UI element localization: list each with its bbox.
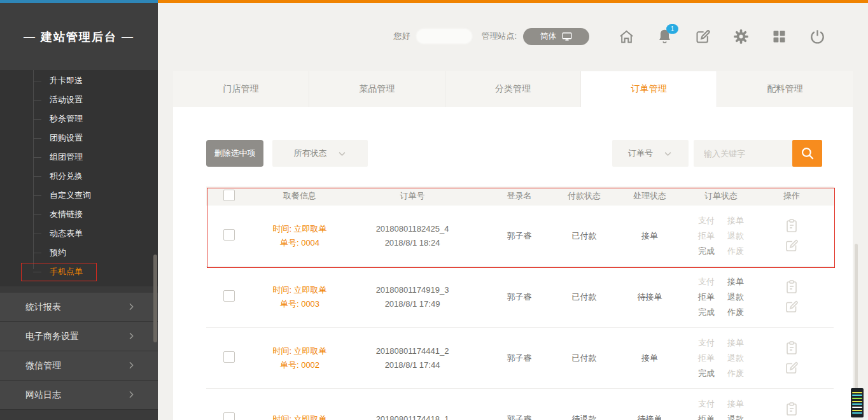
tab-label: 分类管理 (495, 83, 531, 95)
edit-icon[interactable] (784, 360, 799, 375)
process-status: 待接单 (607, 291, 692, 303)
sidebar-item-points[interactable]: 积分兑换 (0, 167, 158, 186)
sidebar-scrollbar-thumb[interactable] (153, 255, 157, 342)
status-filter-value: 所有状态 (294, 148, 327, 159)
status-link-refund[interactable]: 退款 (727, 291, 744, 303)
search-icon (799, 145, 816, 162)
status-link-complete[interactable]: 完成 (698, 368, 715, 379)
grid-icon[interactable] (771, 28, 788, 45)
edit-icon[interactable] (784, 238, 799, 253)
home-icon[interactable] (618, 28, 635, 45)
sidebar-item-groupbuy[interactable]: 团购设置 (0, 129, 158, 148)
sidebar-item-reservation[interactable]: 预约 (0, 243, 158, 262)
status-link-refund[interactable]: 退款 (727, 353, 744, 364)
status-link-accept[interactable]: 接单 (727, 276, 744, 288)
status-link-pay[interactable]: 支付 (698, 337, 715, 349)
search-button[interactable] (792, 140, 822, 167)
status-link-void[interactable]: 作废 (727, 246, 744, 257)
power-icon[interactable] (809, 28, 826, 45)
gear-icon[interactable] (732, 28, 750, 45)
sidebar-section-label: 电子商务设置 (25, 331, 79, 342)
status-link-reject[interactable]: 拒单 (698, 414, 715, 420)
status-link-refund[interactable]: 退款 (727, 230, 744, 242)
column-header: 操作 (750, 190, 834, 202)
status-link-complete[interactable]: 完成 (698, 246, 715, 257)
status-link-reject[interactable]: 拒单 (698, 291, 715, 303)
clipboard-icon[interactable] (784, 218, 799, 234)
status-link-refund[interactable]: 退款 (727, 414, 744, 420)
chevron-right-icon (126, 302, 136, 314)
select-all-checkbox[interactable] (223, 190, 235, 201)
status-link-void[interactable]: 作废 (727, 368, 744, 379)
delete-selected-button[interactable]: 删除选中项 (206, 140, 263, 167)
status-link-pay[interactable]: 支付 (698, 276, 715, 288)
sidebar-item-label: 手机点单 (50, 267, 83, 276)
status-link-accept[interactable]: 接单 (727, 398, 744, 410)
sidebar-item-links[interactable]: 友情链接 (0, 205, 158, 224)
sidebar-item-seckill[interactable]: 秒杀管理 (0, 109, 158, 129)
status-filter-dropdown[interactable]: 所有状态 (272, 140, 368, 167)
row-checkbox[interactable] (223, 412, 235, 420)
status-link-complete[interactable]: 完成 (698, 307, 715, 318)
order-id: 20180801174441_2 (347, 344, 477, 358)
sidebar-item-group-manage[interactable]: 组团管理 (0, 148, 158, 167)
status-link-reject[interactable]: 拒单 (698, 230, 715, 242)
sidebar-section-ecommerce[interactable]: 电子商务设置 (0, 322, 158, 351)
row-checkbox[interactable] (223, 290, 235, 302)
sidebar-item-custom-query[interactable]: 自定义查询 (0, 186, 158, 205)
status-link-pay[interactable]: 支付 (698, 398, 715, 410)
sidebar-section-label: 统计报表 (25, 302, 61, 313)
bell-icon[interactable]: 1 (656, 28, 673, 45)
page-scrollbar-thumb[interactable] (855, 244, 858, 402)
user-bar: 您好 管理站点: 简体 1 (158, 19, 826, 53)
status-link-pay[interactable]: 支付 (698, 215, 715, 227)
status-link-reject[interactable]: 拒单 (698, 353, 715, 364)
sidebar-item-label: 活动设置 (50, 95, 83, 104)
order-id: 20180801174418_1 (347, 412, 477, 420)
sidebar-sections: 统计报表 电子商务设置 微信管理 网站日志 (0, 286, 158, 410)
edit-icon[interactable] (784, 299, 799, 314)
process-status: 待接单 (607, 414, 692, 420)
row-checkbox[interactable] (223, 229, 235, 241)
search-field-value: 订单号 (628, 148, 653, 159)
login-name: 郭子睿 (477, 230, 561, 242)
tab-category-manage[interactable]: 分类管理 (445, 71, 582, 107)
notification-badge: 1 (666, 24, 678, 34)
status-link-accept[interactable]: 接单 (727, 337, 744, 349)
sidebar-item-dynamic-form[interactable]: 动态表单 (0, 224, 158, 243)
language-pill[interactable]: 简体 (523, 28, 589, 45)
chevron-down-icon (663, 149, 673, 158)
order-date: 2018/8/1 17:49 (347, 297, 477, 311)
sidebar-item-card-gift[interactable]: 升卡即送 (0, 71, 158, 90)
search-field-dropdown[interactable]: 订单号 (612, 140, 689, 167)
sidebar-section-site-log[interactable]: 网站日志 (0, 381, 158, 410)
clipboard-icon[interactable] (784, 279, 799, 295)
table-body: 时间: 立即取单 单号: 0004 20180801182425_4 2018/… (206, 206, 834, 420)
sidebar-item-mobile-order[interactable]: 手机点单 (0, 262, 158, 281)
compose-icon[interactable] (694, 28, 711, 45)
tab-ingredient-manage[interactable]: 配料管理 (717, 71, 853, 107)
row-checkbox[interactable] (223, 351, 235, 363)
status-link-void[interactable]: 作废 (727, 307, 744, 318)
clipboard-icon[interactable] (784, 402, 799, 417)
tab-order-manage[interactable]: 订单管理 (581, 71, 717, 107)
sidebar-section-stats[interactable]: 统计报表 (0, 293, 158, 322)
pickup-no: 单号: 0004 (252, 236, 347, 250)
sidebar-section-wechat[interactable]: 微信管理 (0, 351, 158, 381)
row-actions (750, 340, 834, 375)
status-link-accept[interactable]: 接单 (727, 215, 744, 227)
keyword-input[interactable] (694, 140, 797, 167)
pickup-time: 时间: 立即取单 (252, 344, 347, 358)
chevron-down-icon (337, 149, 347, 158)
order-date: 2018/8/1 17:44 (347, 358, 477, 372)
login-name: 郭子睿 (477, 353, 561, 364)
tab-store-manage[interactable]: 门店管理 (173, 71, 309, 107)
column-header: 登录名 (477, 190, 561, 202)
process-status: 接单 (607, 353, 692, 364)
sidebar-item-label: 自定义查询 (50, 190, 91, 200)
column-header: 订单状态 (692, 190, 750, 202)
tab-dish-manage[interactable]: 菜品管理 (309, 71, 445, 107)
table-row: 时间: 立即取单 单号: 0004 20180801182425_4 2018/… (206, 206, 834, 267)
sidebar-item-activity-settings[interactable]: 活动设置 (0, 90, 158, 109)
clipboard-icon[interactable] (784, 340, 799, 356)
